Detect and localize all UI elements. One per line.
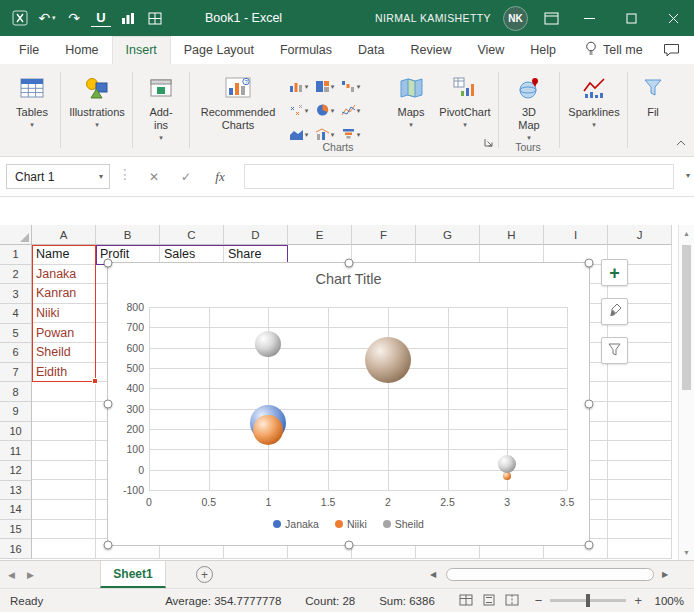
- cancel-button[interactable]: ✕: [140, 164, 168, 189]
- filters-button[interactable]: Fil: [631, 69, 675, 119]
- cell-A1[interactable]: Name: [32, 245, 96, 265]
- row-header-16[interactable]: 16: [0, 539, 32, 559]
- row-header-7[interactable]: 7: [0, 363, 32, 383]
- row-header-10[interactable]: 10: [0, 422, 32, 442]
- expand-formula-bar-icon[interactable]: ▾: [686, 171, 690, 180]
- scroll-down-icon[interactable]: ▼: [679, 544, 694, 560]
- column-header-H[interactable]: H: [480, 225, 544, 245]
- next-sheet-icon[interactable]: ▶: [27, 561, 34, 588]
- previous-sheet-icon[interactable]: ◀: [8, 561, 15, 588]
- chart-handle-middle-right[interactable]: [585, 400, 594, 409]
- excel-logo-icon[interactable]: [10, 7, 30, 29]
- row-header-11[interactable]: 11: [0, 441, 32, 461]
- tab-page-layout[interactable]: Page Layout: [171, 36, 267, 64]
- tab-review[interactable]: Review: [397, 36, 464, 64]
- tab-formulas[interactable]: Formulas: [267, 36, 345, 64]
- legend-item-niiki[interactable]: Niiki: [335, 518, 367, 530]
- bubble-sheild[interactable]: [255, 331, 281, 357]
- 3d-map-button[interactable]: 3D Map ▾: [502, 69, 556, 142]
- column-header-J[interactable]: J: [608, 225, 672, 245]
- chart-elements-button[interactable]: +: [601, 259, 628, 286]
- insert-function-button[interactable]: fx: [206, 164, 234, 189]
- scroll-left-icon[interactable]: ◀: [430, 561, 436, 588]
- row-header-9[interactable]: 9: [0, 402, 32, 422]
- tab-insert[interactable]: Insert: [112, 36, 171, 64]
- vertical-scrollbar-thumb[interactable]: [682, 245, 691, 390]
- formula-bar-grip-icon[interactable]: ⋮: [118, 166, 132, 182]
- vertical-scrollbar[interactable]: ▲ ▼: [678, 225, 694, 560]
- recommended-charts-button[interactable]: ? Recommended Charts: [194, 69, 282, 132]
- cell-A4[interactable]: Niiki: [32, 304, 96, 324]
- chart-styles-button[interactable]: [601, 298, 628, 325]
- row-header-5[interactable]: 5: [0, 324, 32, 344]
- underline-button[interactable]: U: [91, 10, 111, 27]
- sparklines-button[interactable]: Sparklines ▾: [564, 69, 624, 129]
- row-header-6[interactable]: 6: [0, 343, 32, 363]
- user-name[interactable]: NIRMAL KAMISHETTY: [375, 12, 491, 24]
- column-header-D[interactable]: D: [224, 225, 288, 245]
- row-header-13[interactable]: 13: [0, 481, 32, 501]
- borders-quick-icon[interactable]: [145, 7, 165, 29]
- tab-home[interactable]: Home: [52, 36, 111, 64]
- zoom-slider[interactable]: [550, 599, 626, 602]
- redo-button[interactable]: ↷: [64, 7, 84, 29]
- column-header-E[interactable]: E: [288, 225, 352, 245]
- column-header-I[interactable]: I: [544, 225, 608, 245]
- insert-column-chart-button[interactable]: ▾: [286, 74, 311, 97]
- column-header-C[interactable]: C: [160, 225, 224, 245]
- row-header-14[interactable]: 14: [0, 500, 32, 520]
- charts-dialog-launcher-icon[interactable]: [484, 133, 493, 151]
- illustrations-button[interactable]: Illustrations ▾: [64, 69, 130, 129]
- row-header-15[interactable]: 15: [0, 520, 32, 540]
- row-header-8[interactable]: 8: [0, 382, 32, 402]
- zoom-out-button[interactable]: −: [535, 594, 543, 607]
- insert-line-chart-button[interactable]: ▾: [338, 98, 363, 121]
- comments-icon[interactable]: [663, 36, 680, 64]
- sheet-tab-sheet1[interactable]: Sheet1: [100, 561, 166, 588]
- legend-item-janaka[interactable]: Janaka: [273, 518, 319, 530]
- ribbon-display-options-icon[interactable]: [538, 7, 564, 29]
- column-header-A[interactable]: A: [32, 225, 96, 245]
- page-break-view-icon[interactable]: [505, 594, 519, 608]
- chart-handle-bottom-middle[interactable]: [344, 541, 353, 550]
- bubble-sheild[interactable]: [498, 455, 516, 473]
- cell-A3[interactable]: Kanran: [32, 284, 96, 304]
- tables-button[interactable]: Tables ▾: [8, 69, 56, 129]
- avatar[interactable]: NK: [503, 6, 528, 31]
- cell-A5[interactable]: Powan: [32, 324, 96, 344]
- chart-legend[interactable]: JanakaNiikiSheild: [108, 518, 589, 530]
- pivotchart-button[interactable]: PivotChart ▾: [436, 69, 494, 129]
- normal-view-icon[interactable]: [459, 594, 473, 608]
- legend-item-sheild[interactable]: Sheild: [383, 518, 424, 530]
- name-box[interactable]: Chart 1 ▾: [6, 164, 110, 189]
- row-header-3[interactable]: 3: [0, 284, 32, 304]
- zoom-level[interactable]: 100%: [650, 595, 684, 607]
- page-layout-view-icon[interactable]: [482, 594, 496, 608]
- column-header-F[interactable]: F: [352, 225, 416, 245]
- column-header-G[interactable]: G: [416, 225, 480, 245]
- minimize-button[interactable]: [568, 0, 610, 36]
- chart-handle-bottom-left[interactable]: [104, 541, 113, 550]
- tab-view[interactable]: View: [464, 36, 517, 64]
- tell-me[interactable]: Tell me: [585, 36, 643, 64]
- close-button[interactable]: [652, 0, 694, 36]
- cell-A6[interactable]: Sheild: [32, 343, 96, 363]
- tab-help[interactable]: Help: [517, 36, 569, 64]
- bubble-niiki[interactable]: [503, 472, 511, 480]
- insert-hierarchy-chart-button[interactable]: ▾: [312, 74, 337, 97]
- tab-file[interactable]: File: [6, 36, 52, 64]
- undo-button[interactable]: ↶▾: [37, 7, 57, 29]
- chart-quick-icon[interactable]: [118, 7, 138, 29]
- tab-data[interactable]: Data: [345, 36, 397, 64]
- horizontal-scrollbar-thumb[interactable]: [446, 568, 654, 581]
- select-all-corner[interactable]: [0, 225, 32, 245]
- bubble-sheild[interactable]: [365, 337, 411, 383]
- chart-object[interactable]: Chart Title JanakaNiikiSheild 8007006005…: [107, 262, 590, 546]
- chart-title[interactable]: Chart Title: [108, 271, 589, 287]
- insert-waterfall-chart-button[interactable]: ▾: [338, 74, 363, 97]
- formula-input[interactable]: [244, 164, 674, 189]
- chart-handle-top-left[interactable]: [104, 259, 113, 268]
- row-header-1[interactable]: 1: [0, 245, 32, 265]
- insert-scatter-chart-button[interactable]: ▾: [286, 98, 311, 121]
- cell-A2[interactable]: Janaka: [32, 265, 96, 285]
